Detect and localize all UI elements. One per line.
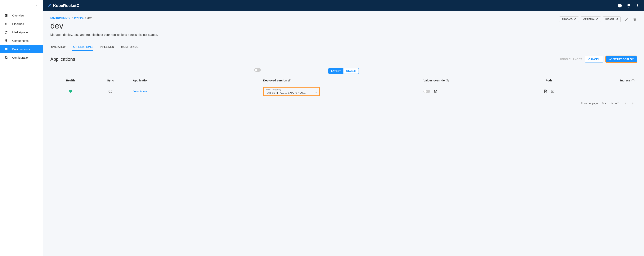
dashboard-icon <box>4 14 8 17</box>
th-deployed: Deployed versioni <box>261 77 421 84</box>
start-deploy-button[interactable]: START DEPLOY <box>606 56 637 62</box>
th-values: Values overridei <box>421 77 516 84</box>
pagination: Rows per page: 5 1–1 of 1 <box>50 99 637 108</box>
external-link-icon[interactable] <box>434 90 437 93</box>
image-tag-select[interactable]: Select image tag [LATEST] - 0.0.1-SNAPSH… <box>263 87 320 96</box>
delete-icon[interactable] <box>632 17 637 22</box>
breadcrumb-pipe[interactable]: MYPIPE <box>74 17 84 19</box>
pipelines-icon <box>4 22 8 26</box>
tab-applications[interactable]: APPLICATIONS <box>72 44 93 51</box>
grafana-link[interactable]: GRAFANA <box>581 17 601 22</box>
section-title: Applications <box>50 57 75 62</box>
cancel-button[interactable]: CANCEL <box>585 56 603 63</box>
sidebar-item-pipelines[interactable]: Pipelines <box>0 20 43 28</box>
sidebar-item-configuration[interactable]: Configuration <box>0 53 43 62</box>
th-ingress: Ingressi <box>582 77 637 84</box>
info-icon[interactable]: i <box>288 79 291 82</box>
select-label: Select image tag <box>266 88 317 91</box>
info-icon[interactable]: i <box>632 79 634 82</box>
sidebar-item-label: Environments <box>12 48 30 51</box>
sidebar-item-overview[interactable]: Overview <box>0 11 43 20</box>
sidebar-item-components[interactable]: Components <box>0 36 43 45</box>
info-icon[interactable]: i <box>446 79 449 82</box>
brand: KubeRocketCI <box>47 3 80 8</box>
select-value: [LATEST] - 0.0.1-SNAPSHOT.1 <box>266 91 306 94</box>
application-link[interactable]: fastapi-demo <box>133 90 148 93</box>
sidebar-item-label: Overview <box>12 14 24 17</box>
external-link-icon <box>574 18 576 21</box>
topbar: KubeRocketCI <box>43 0 644 11</box>
breadcrumb-stage: dev <box>87 17 92 19</box>
next-page-button[interactable] <box>631 102 635 105</box>
th-sync: Sync <box>90 77 130 84</box>
tab-overview[interactable]: OVERVIEW <box>50 44 66 51</box>
breadcrumb: ENVIRONMENTS / MYPIPE / dev <box>50 17 92 19</box>
sidebar-item-label: Configuration <box>12 56 29 59</box>
chevron-left-icon <box>35 4 37 7</box>
svg-point-1 <box>637 4 638 5</box>
table-row: fastapi-demo Select image tag [LATEST] -… <box>50 84 637 99</box>
chevron-down-icon <box>604 102 607 105</box>
version-filter-group: LATEST STABLE <box>328 68 359 74</box>
rows-per-page-label: Rows per page: <box>581 102 598 105</box>
rows-per-page-select[interactable]: 5 <box>602 102 607 105</box>
external-link-icon <box>616 18 618 21</box>
environments-icon <box>4 47 8 51</box>
document-icon[interactable] <box>544 90 547 93</box>
undo-changes-button: UNDO CHANGES <box>560 58 582 61</box>
sidebar-item-label: Pipelines <box>12 22 24 26</box>
check-icon <box>609 58 612 61</box>
cart-icon <box>4 31 8 34</box>
kibana-link[interactable]: KIBANA <box>603 17 621 22</box>
sidebar: Overview Pipelines Marketplace Component… <box>0 0 43 256</box>
pagination-range: 1–1 of 1 <box>610 102 620 105</box>
th-application: Application <box>130 77 261 84</box>
svg-rect-4 <box>551 90 554 93</box>
argo-cd-link[interactable]: ARGO CD <box>559 17 579 22</box>
values-override-header-toggle[interactable] <box>254 68 261 72</box>
sidebar-item-marketplace[interactable]: Marketplace <box>0 28 43 36</box>
prev-page-button[interactable] <box>623 102 627 105</box>
layers-icon <box>4 39 8 42</box>
sidebar-item-label: Marketplace <box>12 31 28 34</box>
th-pods: Pods <box>516 77 582 84</box>
sidebar-collapse-button[interactable] <box>0 0 43 11</box>
terminal-icon[interactable] <box>551 90 554 93</box>
values-override-toggle[interactable] <box>424 90 430 93</box>
brand-text: KubeRocketCI <box>53 3 80 8</box>
svg-point-3 <box>637 7 638 7</box>
chevron-down-icon <box>315 91 317 94</box>
page-title: dev <box>50 21 92 31</box>
tab-pipelines[interactable]: PIPELINES <box>99 44 114 51</box>
tabs: OVERVIEW APPLICATIONS PIPELINES MONITORI… <box>50 44 637 51</box>
pill-stable[interactable]: STABLE <box>344 68 358 74</box>
heart-icon <box>68 89 72 93</box>
content: ENVIRONMENTS / MYPIPE / dev dev ARGO CD … <box>43 11 644 113</box>
edit-icon[interactable] <box>624 17 629 22</box>
tab-monitoring[interactable]: MONITORING <box>120 44 139 51</box>
sync-spinner-icon <box>108 89 112 93</box>
info-icon[interactable] <box>618 3 622 8</box>
gear-icon <box>4 56 8 59</box>
bell-icon[interactable] <box>626 3 631 8</box>
breadcrumb-environments[interactable]: ENVIRONMENTS <box>50 17 70 19</box>
svg-point-2 <box>637 5 638 6</box>
applications-table: Health Sync Application Deployed version… <box>50 77 637 99</box>
sidebar-item-label: Components <box>12 39 28 42</box>
pill-latest[interactable]: LATEST <box>328 68 344 74</box>
rocket-icon <box>47 4 51 8</box>
external-link-icon <box>596 18 598 21</box>
page-subtitle: Manage, deploy, test, and troubleshoot y… <box>50 33 637 37</box>
more-vert-icon[interactable] <box>635 3 640 8</box>
th-health: Health <box>50 77 90 84</box>
sidebar-item-environments[interactable]: Environments <box>0 45 43 53</box>
